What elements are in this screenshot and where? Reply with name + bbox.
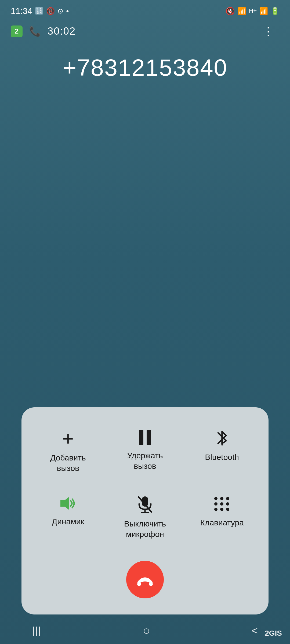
- svg-point-7: [149, 582, 153, 586]
- sim2-icon: 🔢: [35, 7, 44, 15]
- controls-grid: + Добавитьвызов Удержатьвызов Bluetooth: [32, 423, 258, 545]
- call-controls-panel: + Добавитьвызов Удержатьвызов Bluetooth: [21, 407, 269, 614]
- dot-indicator: ●: [66, 8, 69, 14]
- bluetooth-button[interactable]: Bluetooth: [186, 423, 258, 479]
- status-bar: 11:34 🔢 📵 ⊙ ● 🔇 📶 H+ 📶 🔋: [0, 0, 290, 19]
- add-call-icon: +: [62, 429, 74, 448]
- speaker-label: Динамик: [52, 516, 84, 527]
- mute-mic-icon: [136, 495, 154, 514]
- battery-icon: 🔋: [271, 7, 279, 15]
- svg-point-6: [137, 582, 141, 586]
- speaker-button[interactable]: Динамик: [32, 489, 104, 545]
- call-bar: 2 📞 30:02 ⋮: [0, 25, 290, 38]
- hold-call-button[interactable]: Удержатьвызов: [109, 423, 181, 479]
- speaker-icon: [58, 495, 78, 512]
- add-call-label: Добавитьвызов: [50, 452, 86, 473]
- phone-icon: 📞: [29, 26, 41, 37]
- brand-label: 2GIS: [265, 629, 282, 638]
- mute-icon: 🔇: [226, 7, 235, 16]
- home-button[interactable]: ○: [143, 624, 150, 637]
- sim-badge: 2: [11, 25, 23, 37]
- status-right: 🔇 📶 H+ 📶 🔋: [226, 7, 279, 16]
- mute-mic-label: Выключитьмикрофон: [124, 518, 166, 539]
- signal-icon: 📶: [238, 7, 246, 15]
- hplus-icon: H+: [249, 8, 257, 14]
- keypad-label: Клавиатура: [200, 517, 244, 528]
- svg-marker-1: [60, 497, 69, 510]
- hold-call-label: Удержатьвызов: [127, 450, 163, 471]
- keypad-button[interactable]: Клавиатура: [186, 489, 258, 545]
- end-call-area: [32, 561, 258, 598]
- calls-icon: 📵: [46, 7, 55, 15]
- call-timer: 30:02: [48, 25, 76, 37]
- navigation-bar: ||| ○ < 2GIS: [0, 617, 290, 644]
- bluetooth-icon: [215, 429, 229, 448]
- mute-mic-button[interactable]: Выключитьмикрофон: [109, 489, 181, 545]
- recent-apps-button[interactable]: |||: [32, 625, 41, 636]
- screenshot-icon: ⊙: [57, 7, 63, 15]
- end-call-button[interactable]: [126, 561, 164, 598]
- time-display: 11:34: [11, 6, 32, 16]
- back-button[interactable]: <: [252, 625, 258, 637]
- signal2-icon: 📶: [259, 7, 268, 15]
- keypad-icon: [212, 495, 232, 513]
- end-call-icon: [136, 570, 154, 589]
- more-options-button[interactable]: ⋮: [263, 25, 279, 38]
- phone-number: +78312153840: [0, 54, 290, 81]
- bluetooth-label: Bluetooth: [205, 452, 239, 462]
- add-call-button[interactable]: + Добавитьвызов: [32, 423, 104, 479]
- status-left: 11:34 🔢 📵 ⊙ ●: [11, 6, 69, 16]
- pause-icon: [139, 429, 151, 446]
